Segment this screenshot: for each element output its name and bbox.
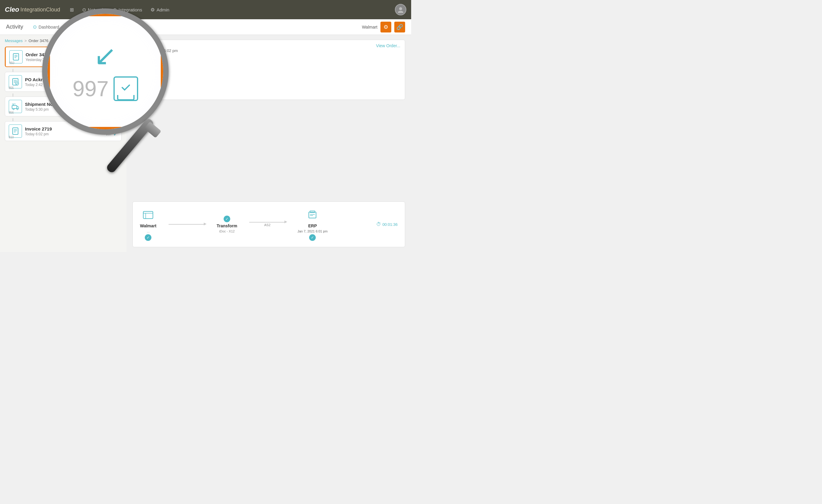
activity-icon: ⊞	[70, 7, 74, 13]
walmart-flow-check: ✓	[145, 234, 151, 241]
card-date-po-ack: Today 2:42 pm	[25, 83, 118, 87]
nav-admin-label: Admin	[156, 7, 169, 12]
logo-cleo: Cleo	[5, 6, 19, 14]
right-panel: Jun 16, 2021 5:02 pm View Order... Walma…	[126, 35, 411, 252]
timer-label: 00:01:36	[382, 222, 398, 227]
order-detail-panel: Jun 16, 2021 5:02 pm View Order...	[132, 40, 405, 100]
flow-arrow-1	[168, 224, 205, 225]
flow-arrow-line-2	[249, 222, 285, 223]
svg-rect-20	[143, 211, 153, 219]
card-number-shipment: 856	[9, 111, 14, 114]
message-card-invoice[interactable]: Invoice 2719 Today 6:02 pm ↗ 997 ✓ 810	[5, 121, 122, 141]
card-title-invoice: Invoice 2719	[25, 126, 103, 131]
card-info-order-3476: Order 3476 Yesterday 2:42 pm	[26, 52, 117, 62]
nav-item-activity[interactable]: ⊞	[70, 7, 74, 13]
walmart-flow-label: Walmart	[140, 223, 156, 228]
nav-items: ⊞ ⊙ Network ⊛ Integrations ⚙ Admin	[70, 7, 395, 13]
card-info-po-ack: PO Acknowledgement Today 2:42 pm	[25, 77, 118, 87]
invoice-badge-count: 997	[106, 132, 112, 136]
connector-line-2	[13, 94, 13, 97]
card-title-shipment: Shipment Notice	[25, 102, 118, 107]
svg-rect-16	[13, 128, 18, 134]
svg-point-1	[398, 11, 403, 13]
monitor-icon: 🖥	[71, 24, 76, 30]
admin-icon: ⚙	[150, 7, 155, 13]
flow-node-transform: ✓ Transform iDoc - X12	[217, 216, 237, 233]
walmart-flow-icon	[141, 208, 155, 222]
left-panel: Messages > Order 3476 Order 3476 Yesterd…	[0, 35, 126, 252]
breadcrumb-parent[interactable]: Messages	[5, 38, 23, 43]
main-content: Messages > Order 3476 Order 3476 Yesterd…	[0, 35, 411, 252]
card-date-shipment: Today 5:30 pm	[25, 107, 118, 112]
partner-label: Walmart	[362, 25, 377, 29]
invoice-check-icon: ✓	[113, 131, 118, 137]
nav-item-integrations[interactable]: ⊛ Integrations	[113, 7, 142, 13]
card-number-po-ack: 855	[9, 86, 14, 90]
flow-diagram: Walmart ... ✓ ✓ Transform iDoc - X12 AS2	[132, 201, 405, 247]
svg-rect-11	[12, 106, 17, 109]
card-date-order-3476: Yesterday 2:42 pm	[26, 58, 117, 62]
message-card-shipment[interactable]: Shipment Notice Today 5:30 pm 856	[5, 97, 122, 116]
card-number-invoice: 810	[9, 136, 14, 139]
activity-bar: Activity ⊙ Dashboard 🖥 Walmart ⚙ 🔗	[0, 19, 411, 35]
nav-integrations-label: Integrations	[118, 7, 142, 12]
nav-item-admin[interactable]: ⚙ Admin	[150, 7, 169, 13]
card-title-po-ack: PO Acknowledgement	[25, 77, 118, 82]
erp-flow-check: ✓	[309, 234, 316, 241]
card-info-shipment: Shipment Notice Today 5:30 pm	[25, 102, 118, 112]
message-card-order-3476[interactable]: Order 3476 Yesterday 2:42 pm 850	[5, 47, 122, 67]
invoice-arrow-icon: ↗	[114, 125, 118, 130]
flow-arrow-label-as2: AS2	[264, 223, 271, 227]
transform-flow-check: ✓	[224, 216, 230, 222]
svg-point-0	[399, 7, 402, 10]
timer-icon: ⏱	[376, 222, 381, 227]
activity-title: Activity	[6, 24, 23, 30]
card-title-order-3476: Order 3476	[26, 52, 117, 57]
link-button[interactable]: 🔗	[394, 22, 405, 32]
network-icon: ⊙	[82, 7, 86, 13]
breadcrumb-current: Order 3476	[29, 38, 48, 43]
transform-flow-label: Transform	[217, 223, 237, 228]
logo-integration-cloud: IntegrationCloud	[20, 7, 60, 13]
flow-arrow-line-1	[168, 224, 205, 225]
connector-line-1	[13, 69, 13, 72]
flow-arrow-2: AS2	[249, 222, 285, 227]
nav-network-label: Network	[88, 7, 104, 12]
app-logo: Cleo IntegrationCloud	[5, 6, 60, 14]
svg-rect-2	[13, 54, 19, 60]
svg-point-12	[13, 109, 14, 110]
user-avatar[interactable]	[395, 4, 406, 15]
tab-dashboard-label: Dashboard	[38, 25, 59, 29]
message-card-po-ack[interactable]: PO Acknowledgement Today 2:42 pm 855	[5, 72, 122, 92]
svg-rect-23	[309, 212, 316, 218]
erp-flow-date: Jan 7, 2021 6:01 pm	[297, 229, 328, 233]
invoice-badge: 997 ✓	[106, 131, 118, 137]
card-date-invoice: Today 6:02 pm	[25, 132, 103, 136]
erp-flow-label: ERP	[308, 223, 317, 228]
erp-flow-icon	[305, 208, 320, 222]
flow-node-erp: ERP Jan 7, 2021 6:01 pm ✓	[297, 208, 328, 241]
view-order-link[interactable]: View Order...	[376, 43, 400, 48]
svg-point-13	[17, 109, 18, 110]
tab-extra[interactable]: 🖥	[69, 23, 78, 31]
breadcrumb: Messages > Order 3476	[5, 38, 122, 43]
breadcrumb-separator: >	[24, 38, 27, 43]
tab-dashboard[interactable]: ⊙ Dashboard	[30, 23, 62, 31]
order-date: Jun 16, 2021 5:02 pm	[140, 48, 398, 53]
top-navigation: Cleo IntegrationCloud ⊞ ⊙ Network ⊛ Inte…	[0, 0, 411, 19]
transform-flow-sublabel: iDoc - X12	[219, 229, 235, 233]
card-info-invoice: Invoice 2719 Today 6:02 pm	[25, 126, 103, 136]
card-number-order: 850	[9, 61, 14, 65]
dashboard-icon: ⊙	[33, 24, 37, 30]
activity-actions: Walmart ⚙ 🔗	[362, 22, 405, 32]
settings-button[interactable]: ⚙	[380, 22, 391, 32]
integrations-icon: ⊛	[113, 7, 117, 13]
connector-line-3	[13, 118, 13, 121]
walmart-flow-sublabel: ...	[147, 229, 149, 233]
nav-item-network[interactable]: ⊙ Network	[82, 7, 104, 13]
flow-timer: ⏱ 00:01:36	[376, 222, 398, 227]
flow-node-walmart: Walmart ... ✓	[140, 208, 156, 241]
